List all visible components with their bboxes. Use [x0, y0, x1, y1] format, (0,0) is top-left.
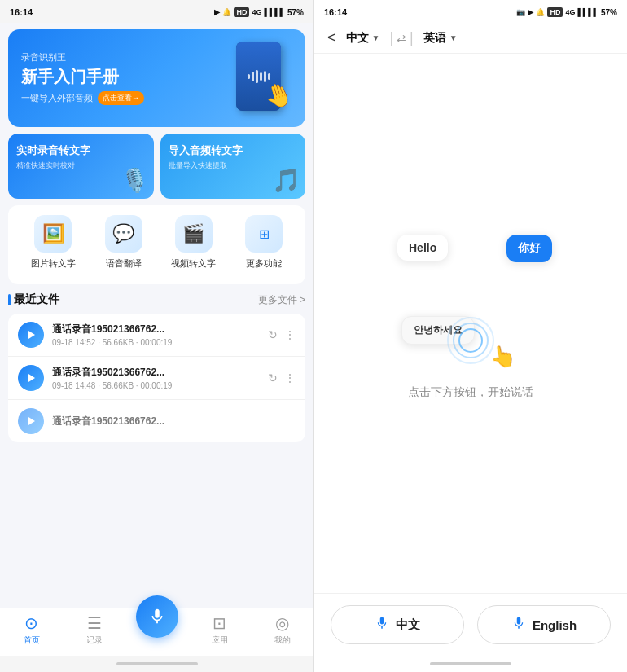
- nav-label-home: 首页: [24, 635, 40, 646]
- language-buttons: 中文 English: [314, 593, 627, 656]
- play-button-1[interactable]: [18, 365, 44, 391]
- profile-icon: ◎: [275, 613, 289, 633]
- play-triangle-icon-1: [28, 374, 35, 382]
- file-name-0: 通话录音195021366762...: [52, 323, 260, 336]
- microphone-icon: [148, 608, 166, 626]
- play-button-0[interactable]: [18, 322, 44, 348]
- nav-label-apps: 应用: [212, 635, 228, 646]
- swap-icon[interactable]: ⇄: [397, 32, 406, 45]
- file-actions-0: ↻ ⋮: [268, 328, 296, 341]
- feature-card-1-icon: 🎵: [272, 167, 300, 194]
- mic-icon-english: [511, 616, 526, 634]
- instruction-text: 点击下方按钮，开始说话: [408, 385, 533, 400]
- feature-card-1-title: 导入音频转文字: [169, 143, 298, 158]
- menu-icon-picture: 🖼️: [34, 215, 72, 253]
- english-lang-label: English: [533, 618, 577, 632]
- lang-to-label: 英语: [423, 31, 446, 46]
- right-time: 16:14: [324, 7, 347, 17]
- play-triangle-icon: [28, 331, 35, 339]
- banner-phone-illustration: 🤚: [232, 37, 297, 119]
- play-button-2[interactable]: [18, 408, 44, 434]
- nav-item-records[interactable]: ☰ 记录: [63, 613, 125, 646]
- left-time: 16:14: [10, 7, 33, 17]
- records-icon: ☰: [87, 613, 102, 633]
- file-actions-1: ↻ ⋮: [268, 371, 296, 384]
- translation-illustration: Hello 你好 안녕하세요 👆: [381, 222, 560, 369]
- menu-item-3[interactable]: ⊞ 更多功能: [242, 209, 286, 276]
- file-info-0: 通话录音195021366762... 09-18 14:52 · 56.66K…: [52, 323, 260, 347]
- menu-grid: 🖼️ 图片转文字 💬 语音翻译 🎬 视频转文字 ⊞ 更多功能: [8, 205, 305, 284]
- file-item-0[interactable]: 通话录音195021366762... 09-18 14:52 · 56.66K…: [8, 314, 305, 357]
- right-main-content: Hello 你好 안녕하세요 👆 点击下方按钮，开始说话: [314, 54, 627, 593]
- more-icon-1[interactable]: ⋮: [284, 371, 296, 384]
- right-header: < 中文 ▼ | ⇄ | 英语 ▼: [314, 23, 627, 54]
- file-name-1: 通话录音195021366762...: [52, 366, 260, 380]
- banner[interactable]: 录音识别王 新手入门手册 一键导入外部音频 点击查看→: [8, 29, 305, 127]
- mic-icon-chinese: [375, 616, 389, 634]
- left-status-bar: 16:14 ▶ 🔔 HD 4G ▌▌▌▌ 57%: [0, 0, 314, 23]
- right-home-indicator: [314, 656, 627, 672]
- file-info-2: 通话录音195021366762...: [52, 415, 296, 428]
- more-files-link[interactable]: 更多文件 >: [258, 293, 305, 307]
- left-phone: 16:14 ▶ 🔔 HD 4G ▌▌▌▌ 57% 录音识别王 新手入门手册 一键…: [0, 0, 314, 672]
- lang-from-label: 中文: [346, 31, 369, 46]
- left-home-bar: [116, 662, 198, 665]
- lang-to-selector[interactable]: 英语 ▼: [423, 31, 458, 46]
- nav-label-records: 记录: [86, 635, 103, 646]
- mic-button[interactable]: [136, 595, 178, 638]
- english-lang-button[interactable]: English: [477, 605, 611, 644]
- nav-item-profile[interactable]: ◎ 我的: [251, 613, 314, 646]
- file-item-1[interactable]: 通话录音195021366762... 09-18 14:48 · 56.66K…: [8, 357, 305, 400]
- file-info-1: 通话录音195021366762... 09-18 14:48 · 56.66K…: [52, 366, 260, 390]
- left-scroll-content: 录音识别王 新手入门手册 一键导入外部音频 点击查看→: [0, 23, 314, 608]
- file-list: 通话录音195021366762... 09-18 14:52 · 56.66K…: [8, 314, 305, 442]
- feature-card-1[interactable]: 导入音频转文字 批量导入快速提取 🎵: [160, 134, 306, 199]
- right-status-bar: 16:14 📷 ▶ 🔔 HD 4G ▌▌▌▌ 57%: [314, 0, 627, 23]
- chinese-lang-label: 中文: [396, 617, 420, 633]
- lang-from-selector[interactable]: 中文 ▼: [346, 31, 380, 46]
- feature-card-0-title: 实时录音转文字: [16, 143, 146, 158]
- feature-card-0[interactable]: 实时录音转文字 精准快速实时校对 🎙️: [8, 134, 154, 199]
- banner-cta[interactable]: 点击查看→: [98, 91, 144, 105]
- right-battery: 57%: [601, 8, 617, 17]
- menu-item-1[interactable]: 💬 语音翻译: [102, 209, 146, 276]
- feature-card-0-icon: 🎙️: [121, 167, 149, 194]
- menu-label-1: 语音翻译: [106, 257, 142, 270]
- bubble-nihao: 你好: [506, 235, 552, 262]
- menu-label-0: 图片转文字: [31, 257, 76, 270]
- right-phone: 16:14 📷 ▶ 🔔 HD 4G ▌▌▌▌ 57% < 中文 ▼ | ⇄ | …: [314, 0, 627, 672]
- menu-item-0[interactable]: 🖼️ 图片转文字: [28, 209, 79, 276]
- left-battery: 57%: [287, 8, 304, 17]
- menu-icon-video: 🎬: [175, 215, 213, 253]
- menu-icon-more: ⊞: [245, 215, 283, 253]
- bottom-nav: ⊙ 首页 ☰ 记录 ⊡ 应用 ◎ 我的: [0, 608, 314, 656]
- menu-label-2: 视频转文字: [171, 257, 216, 270]
- home-icon: ⊙: [24, 613, 38, 633]
- lang-to-arrow: ▼: [449, 33, 458, 42]
- recent-title: 最近文件: [8, 292, 59, 307]
- recent-header: 最近文件 更多文件 >: [8, 292, 305, 307]
- feature-cards: 实时录音转文字 精准快速实时校对 🎙️ 导入音频转文字 批量导入快速提取 🎵: [8, 134, 305, 199]
- right-home-bar: [430, 662, 511, 665]
- nav-item-apps[interactable]: ⊡ 应用: [188, 613, 251, 646]
- more-icon-0[interactable]: ⋮: [284, 328, 296, 341]
- chinese-lang-button[interactable]: 中文: [331, 605, 464, 644]
- menu-item-2[interactable]: 🎬 视频转文字: [168, 209, 219, 276]
- back-button[interactable]: <: [327, 29, 336, 46]
- bubble-hello: Hello: [397, 235, 448, 261]
- menu-label-3: 更多功能: [246, 257, 282, 270]
- lang-divider: | ⇄ |: [389, 29, 413, 46]
- refresh-icon-0[interactable]: ↻: [268, 328, 278, 341]
- file-item-2[interactable]: 通话录音195021366762...: [8, 400, 305, 442]
- recent-section: 最近文件 更多文件 > 通话录音195021366762... 09-18 14…: [8, 292, 305, 442]
- refresh-icon-1[interactable]: ↻: [268, 371, 278, 384]
- nav-item-mic[interactable]: [125, 613, 188, 646]
- nav-label-profile: 我的: [274, 635, 291, 646]
- sound-ring-3: [447, 317, 494, 364]
- file-meta-1: 09-18 14:48 · 56.66KB · 00:00:19: [52, 381, 260, 390]
- nav-item-home[interactable]: ⊙ 首页: [0, 613, 63, 646]
- file-name-2: 通话录音195021366762...: [52, 415, 296, 428]
- apps-icon: ⊡: [213, 613, 226, 633]
- left-home-indicator: [0, 656, 314, 672]
- finger-pointing-icon: 👆: [488, 341, 518, 371]
